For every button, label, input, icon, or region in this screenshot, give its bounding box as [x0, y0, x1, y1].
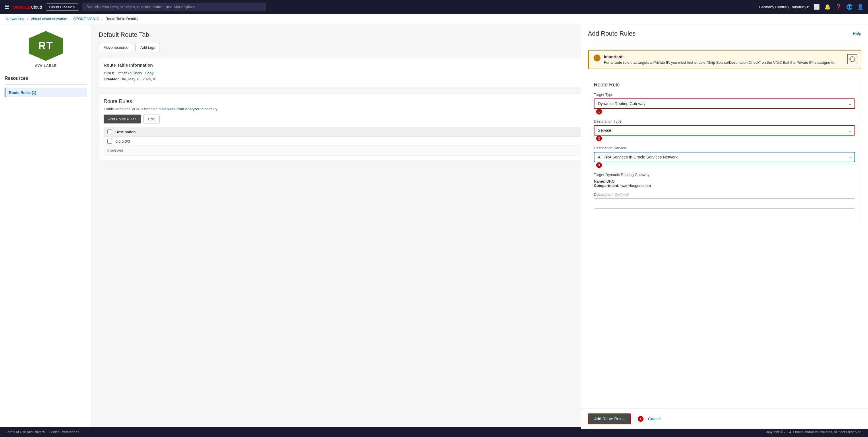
resource-hexagon: RT	[29, 31, 63, 61]
help-widget-icon[interactable]: ⋮⋮	[847, 54, 857, 64]
hamburger-menu-icon[interactable]: ☰	[5, 4, 9, 10]
left-panel: RT AVAILABLE Resources Route Rules (1)	[0, 24, 92, 429]
target-type-group: Target Type Dynamic Routing Gateway 1	[594, 92, 855, 115]
select-all-checkbox[interactable]	[107, 129, 112, 134]
destination-type-group: Destination Type Service 2	[594, 119, 855, 141]
destination-service-group: Destination Service All FRA Services In …	[594, 146, 855, 168]
breadcrumb-vcn[interactable]: Virtual cloud networks	[31, 17, 67, 21]
main-layout: RT AVAILABLE Resources Route Rules (1) D…	[0, 24, 868, 429]
network-path-analyzer-link[interactable]: Network Path Analyzer	[162, 107, 199, 111]
destination-service-select[interactable]: All FRA Services In Oracle Services Netw…	[594, 152, 855, 162]
step-badge-2: 2	[596, 135, 602, 141]
important-text: Important: For a route rule that targets…	[604, 55, 836, 65]
oracle-logo: ORACLECloud	[12, 5, 42, 9]
globe-icon[interactable]: 🌐	[846, 4, 852, 10]
destination-service-label: Destination Service	[594, 146, 855, 150]
copy-ocid-link[interactable]: Copy	[145, 71, 153, 75]
important-banner: ! Important: For a route rule that targe…	[588, 50, 861, 69]
panel-help-link[interactable]: Help	[853, 31, 861, 36]
description-label: Description Optional	[594, 192, 855, 197]
step-badge-4: 4	[638, 416, 644, 422]
sidebar-item-route-rules[interactable]: Route Rules (1)	[5, 88, 87, 97]
panel-header: Add Route Rules Help	[581, 24, 868, 43]
add-route-rules-panel: Add Route Rules Help ! Important: For a …	[581, 24, 868, 429]
drg-compartment-row: Compartment: IwanHoogendoorn	[594, 184, 855, 188]
target-type-select[interactable]: Dynamic Routing Gateway	[594, 98, 855, 109]
edit-button[interactable]: Edit	[143, 115, 159, 123]
drg-name-value: DRG	[606, 179, 615, 184]
row-checkbox[interactable]	[107, 139, 112, 144]
resources-section: Resources Route Rules (1)	[0, 71, 92, 102]
description-input[interactable]	[594, 198, 855, 209]
breadcrumb-sep-3: ›	[102, 17, 103, 21]
panel-footer: Add Route Rules 4 Cancel	[581, 409, 868, 429]
destination-type-select[interactable]: Service	[594, 125, 855, 135]
move-resource-button[interactable]: Move resource	[99, 43, 133, 52]
top-navigation: ☰ ORACLECloud Cloud Classic > Germany Ce…	[0, 0, 868, 14]
route-rule-card: Route Rule Target Type Dynamic Routing G…	[588, 76, 861, 219]
bell-icon[interactable]: 🔔	[825, 4, 831, 10]
show-ocid-link[interactable]: Show	[133, 71, 142, 75]
step-badge-3: 3	[596, 162, 602, 168]
terminal-icon[interactable]: ⬜	[813, 4, 820, 10]
breadcrumb: Networking › Virtual cloud networks › SP…	[0, 14, 868, 24]
drg-name-row: Name: DRG	[594, 179, 855, 184]
panel-body: ! Important: For a route rule that targe…	[581, 43, 868, 409]
add-route-rules-button[interactable]: Add Route Rules	[104, 115, 141, 123]
route-rule-card-title: Route Rule	[594, 82, 855, 88]
add-tags-button[interactable]: Add tags	[135, 43, 160, 52]
optional-label: Optional	[615, 192, 629, 197]
resource-status: AVAILABLE	[35, 64, 57, 68]
destination-type-select-wrapper: Service	[594, 125, 855, 135]
user-avatar-icon[interactable]: 👤	[857, 4, 863, 10]
target-type-select-wrapper: Dynamic Routing Gateway	[594, 98, 855, 109]
destination-service-select-wrapper: All FRA Services In Oracle Services Netw…	[594, 152, 855, 162]
search-input[interactable]	[82, 3, 266, 11]
destination-type-label: Destination Type	[594, 119, 855, 123]
drg-name-label: Name:	[594, 179, 606, 184]
svg-text:⋮⋮: ⋮⋮	[849, 57, 855, 61]
step-badge-1: 1	[596, 109, 602, 115]
breadcrumb-sep-1: ›	[27, 17, 28, 21]
nav-right: Germany Central (Frankfurt) ▾ ⬜ 🔔 ❓ 🌐 👤	[759, 4, 863, 10]
drg-compartment-value: IwanHoogendoorn	[620, 184, 651, 188]
resource-icon-container: RT AVAILABLE	[0, 24, 92, 71]
help-grid-icon: ⋮⋮	[849, 56, 855, 62]
cancel-button[interactable]: Cancel	[648, 416, 661, 421]
breadcrumb-networking[interactable]: Networking	[6, 17, 24, 21]
submit-add-route-rules-button[interactable]: Add Route Rules	[588, 413, 631, 425]
target-type-label: Target Type	[594, 92, 855, 97]
description-group: Description Optional	[594, 192, 855, 209]
breadcrumb-sep-2: ›	[69, 17, 71, 21]
breadcrumb-current: Route Table Details	[105, 17, 138, 21]
resources-title: Resources	[5, 76, 87, 81]
region-selector[interactable]: Germany Central (Frankfurt) ▾	[759, 5, 809, 9]
help-icon[interactable]: ❓	[835, 4, 842, 10]
target-drg-title: Target Dynamic Routing Gateway	[594, 173, 855, 177]
breadcrumb-spoke[interactable]: SPOKE-VCN-C	[73, 17, 99, 21]
target-drg-section: Target Dynamic Routing Gateway Name: DRG…	[594, 173, 855, 188]
important-icon: !	[594, 55, 600, 61]
drg-compartment-label: Compartment:	[594, 184, 619, 188]
cloud-classic-button[interactable]: Cloud Classic >	[45, 3, 79, 11]
panel-title: Add Route Rules	[588, 30, 636, 37]
